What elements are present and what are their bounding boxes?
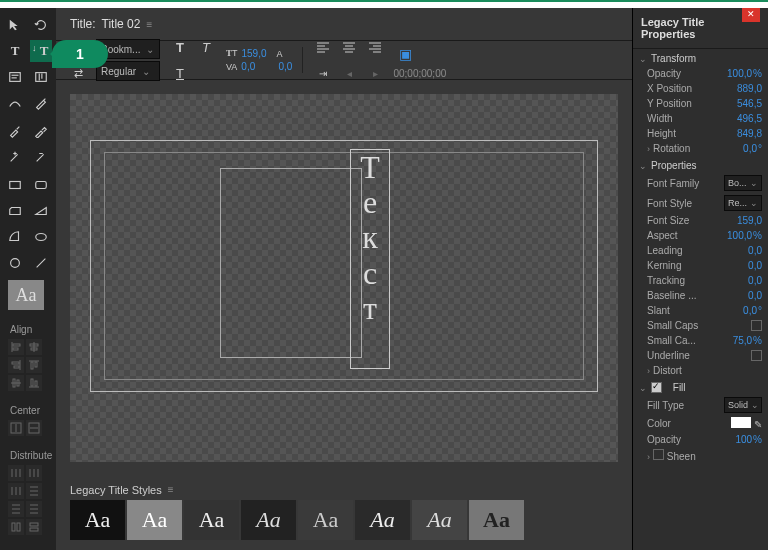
style-swatch[interactable]: Aa	[469, 500, 524, 540]
tools-panel: T ↓T	[0, 8, 56, 550]
leading-value[interactable]: 0,0	[277, 61, 295, 72]
rotate-tool[interactable]	[30, 14, 52, 36]
font-style-select[interactable]: Regular	[96, 61, 160, 81]
fill-opacity-value[interactable]: 100	[735, 434, 752, 445]
panel-menu-icon[interactable]: ≡	[146, 19, 152, 30]
rectangle-tool[interactable]	[4, 174, 26, 196]
delete-anchor-tool[interactable]	[30, 146, 52, 168]
ellipse-tool[interactable]	[30, 226, 52, 248]
fill-checkbox[interactable]	[651, 382, 662, 393]
distribute-7[interactable]	[8, 519, 24, 535]
distribute-4[interactable]	[26, 483, 42, 499]
smallcaps-checkbox[interactable]	[751, 320, 762, 331]
tab-prev-icon[interactable]: ◂	[337, 61, 361, 85]
tab-next-icon[interactable]: ▸	[363, 61, 387, 85]
arc-tool[interactable]	[4, 226, 26, 248]
title-styles: Aa Aa Aa Aa Aa Aa Aa Aa	[56, 500, 632, 550]
clipped-rect-tool[interactable]	[4, 200, 26, 222]
center-vert[interactable]	[26, 420, 42, 436]
path-type-tool[interactable]	[4, 92, 26, 114]
distribute-label: Distribute	[4, 436, 56, 465]
section-transform[interactable]: Transform	[633, 49, 768, 66]
distribute-5[interactable]	[8, 501, 24, 517]
show-video-icon[interactable]: ▣	[393, 42, 417, 66]
width-value[interactable]: 496,5	[737, 113, 762, 124]
section-properties[interactable]: Properties	[633, 156, 768, 173]
vertical-area-type-tool[interactable]	[30, 66, 52, 88]
align-center-text[interactable]	[337, 35, 361, 59]
italic-icon[interactable]: T	[194, 35, 218, 59]
distribute-2[interactable]	[26, 465, 42, 481]
timecode[interactable]: 00;00;00;00	[393, 68, 446, 79]
style-swatch[interactable]: Aa	[241, 500, 296, 540]
aspect-value[interactable]: 100,0	[727, 230, 752, 241]
close-button[interactable]: ✕	[742, 8, 760, 22]
style-swatch[interactable]: Aa	[412, 500, 467, 540]
text-toolbar: ⎘ ⇄ Bookm... Regular T T T 𝐓T159,0 VA0,0…	[56, 40, 632, 80]
rounded-rect-tool[interactable]	[30, 174, 52, 196]
fill-type-select[interactable]: Solid	[724, 397, 762, 413]
opacity-value[interactable]: 100,0	[727, 68, 752, 79]
pen-tool[interactable]	[30, 92, 52, 114]
font-family-prop[interactable]: Bo...	[724, 175, 762, 191]
fill-color-swatch[interactable]	[731, 417, 751, 428]
styles-menu-icon[interactable]: ≡	[168, 484, 174, 496]
font-style-prop[interactable]: Re...	[724, 195, 762, 211]
style-swatch[interactable]: Aa	[70, 500, 125, 540]
line-tool[interactable]	[30, 252, 52, 274]
selection-box[interactable]	[220, 168, 362, 358]
center-horiz[interactable]	[8, 420, 24, 436]
align-hcenter[interactable]	[26, 339, 42, 355]
eyedropper-tool[interactable]	[4, 120, 26, 142]
canvas[interactable]: Т е к с т	[70, 94, 618, 462]
xposition-value[interactable]: 889,0	[737, 83, 762, 94]
svg-rect-19	[14, 366, 19, 368]
style-swatch[interactable]: Aa	[355, 500, 410, 540]
align-top[interactable]	[26, 357, 42, 373]
tracking-prop[interactable]: 0,0	[748, 275, 762, 286]
circle-tool[interactable]	[4, 252, 26, 274]
underline-icon[interactable]: T	[168, 61, 192, 85]
align-left-text[interactable]	[311, 35, 335, 59]
align-vcenter[interactable]	[8, 375, 24, 391]
distribute-1[interactable]	[8, 465, 24, 481]
slant-value[interactable]: 0,0	[743, 305, 757, 316]
sheen-checkbox[interactable]	[653, 449, 664, 460]
smallcaps-size[interactable]: 75,0	[733, 335, 752, 346]
area-type-tool[interactable]	[4, 66, 26, 88]
kerning-value[interactable]: 0,0	[239, 61, 257, 72]
distribute-6[interactable]	[26, 501, 42, 517]
distribute-3[interactable]	[8, 483, 24, 499]
style-swatch[interactable]: Aa	[298, 500, 353, 540]
title-prefix: Title:	[70, 17, 96, 31]
kerning-prop[interactable]: 0,0	[748, 260, 762, 271]
font-size-prop[interactable]: 159,0	[737, 215, 762, 226]
svg-rect-0	[10, 73, 21, 82]
baseline-prop[interactable]: 0,0	[748, 290, 762, 301]
rotation-value[interactable]: 0,0	[743, 143, 757, 154]
section-fill[interactable]: Fill	[633, 378, 768, 395]
align-left[interactable]	[8, 339, 24, 355]
wedge-tool[interactable]	[30, 200, 52, 222]
tab-icon[interactable]: ⇥	[311, 61, 335, 85]
font-size-value[interactable]: 159,0	[240, 48, 269, 59]
eyedropper-icon[interactable]: ✎	[754, 419, 762, 430]
selection-tool[interactable]	[4, 14, 26, 36]
callout-marker: 1	[52, 40, 108, 68]
style-swatch[interactable]: Aa	[127, 500, 182, 540]
height-value[interactable]: 849,8	[737, 128, 762, 139]
leading-prop[interactable]: 0,0	[748, 245, 762, 256]
align-right[interactable]	[8, 357, 24, 373]
type-tool[interactable]: T	[4, 40, 26, 62]
align-right-text[interactable]	[363, 35, 387, 59]
vertical-text[interactable]: Т е к с т	[350, 149, 390, 369]
svg-rect-13	[13, 348, 18, 350]
yposition-value[interactable]: 546,5	[737, 98, 762, 109]
color-picker-tool[interactable]	[30, 120, 52, 142]
add-anchor-tool[interactable]	[4, 146, 26, 168]
align-bottom[interactable]	[26, 375, 42, 391]
bold-icon[interactable]: T	[168, 35, 192, 59]
distribute-8[interactable]	[26, 519, 42, 535]
style-swatch[interactable]: Aa	[184, 500, 239, 540]
underline-checkbox[interactable]	[751, 350, 762, 361]
